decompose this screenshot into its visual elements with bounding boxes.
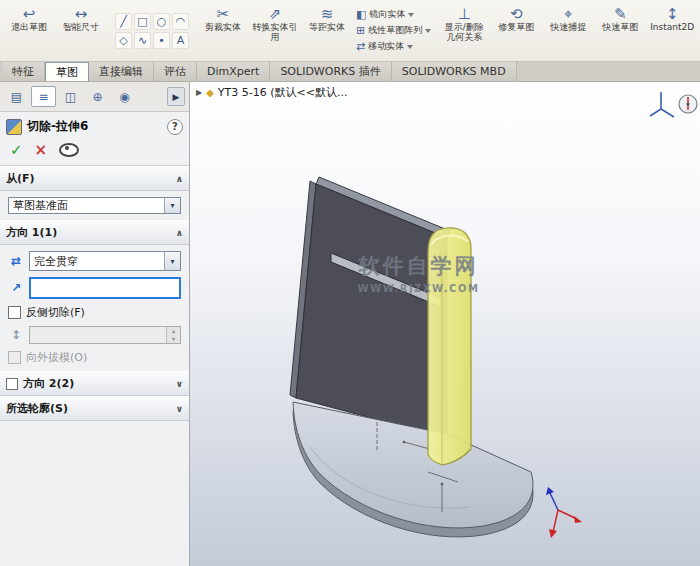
spinner: ▴ ▾	[166, 327, 180, 343]
start-condition-dropdown[interactable]: 草图基准面 ▾	[8, 197, 181, 214]
dropdown-arrow-icon[interactable]: ▾	[164, 198, 180, 213]
manager-tab-icon[interactable]: ⊕	[85, 86, 110, 107]
flip-direction-icon[interactable]: ⇄	[8, 254, 24, 268]
draft-outward-checkbox: 向外拔模(O)	[8, 350, 181, 365]
ribbon-button[interactable]: ↔ 智能尺寸	[56, 2, 106, 59]
section-header-selected-contours[interactable]: 所选轮廓(S) ∨	[0, 396, 189, 421]
model-canvas[interactable]	[190, 82, 700, 566]
tab-label: DimXpert	[207, 65, 259, 78]
property-manager-panel: ▤ ≡ ◫ ⊕ ◉ ▶ 切除-拉伸6 ? ✓	[0, 82, 190, 566]
ribbon-button[interactable]: ⇗ 转换实体引用	[250, 2, 300, 59]
ribbon-button-label: 快速草图	[602, 23, 638, 33]
ribbon-button[interactable]: ⊥ 显示/删除几何关系	[439, 2, 489, 59]
commandmanager-tab[interactable]: 草图	[45, 62, 89, 81]
ribbon-button[interactable]: ⌖ 快速捕捉	[543, 2, 593, 59]
help-icon[interactable]: ?	[167, 119, 183, 135]
manager-tab-icon[interactable]: ▤	[4, 86, 29, 107]
reference-triad-icon[interactable]	[650, 92, 674, 117]
manager-tab-icon[interactable]: ◉	[112, 86, 137, 107]
main-area: ▤ ≡ ◫ ⊕ ◉ ▶ 切除-拉伸6 ? ✓	[0, 82, 700, 566]
tab-label: SOLIDWORKS 插件	[280, 64, 380, 79]
section-label: 方向 1(1)	[6, 225, 57, 240]
ribbon-button-label: 转换实体引用	[252, 23, 298, 43]
checkbox-label: 反侧切除(F)	[26, 305, 85, 320]
ribbon-button-label: 修复草图	[498, 23, 534, 33]
ribbon-button-icon: ⇄	[356, 40, 365, 53]
ribbon-button-small[interactable]: ⊞ 线性草图阵列	[356, 24, 431, 37]
ribbon-button-label: 显示/删除几何关系	[441, 23, 487, 43]
ribbon-button-icon: ⊞	[356, 24, 365, 37]
back-plate[interactable]	[290, 177, 450, 438]
view-orientation-tools	[648, 86, 700, 122]
part-name-label: YT3 5-16 (默认<<默认...	[218, 85, 348, 100]
dropdown-arrow-icon[interactable]: ▾	[164, 252, 180, 270]
commandmanager-tab[interactable]: DimXpert	[197, 62, 270, 81]
sketch-entities-grid: ╱ □ ○ ◠ ◇ ∿ • A	[112, 2, 192, 59]
ribbon-button-icon: ↔	[75, 5, 88, 23]
cut-extrude-icon	[6, 119, 22, 135]
chevron-down-icon: ∨	[176, 379, 183, 389]
direction2-checkbox[interactable]	[6, 378, 18, 390]
ribbon-button-icon: ⟲	[510, 5, 523, 23]
spin-up-icon: ▴	[167, 327, 180, 335]
commandmanager-tab[interactable]: 特征	[2, 62, 45, 81]
direction-selection-box[interactable]	[29, 277, 181, 299]
ribbon-button[interactable]: ✂ 剪裁实体	[198, 2, 248, 59]
section-header-direction2[interactable]: 方向 2(2) ∨	[0, 371, 189, 396]
sketch-entity-icon[interactable]: ∿	[134, 32, 151, 49]
dropdown-value: 草图基准面	[9, 198, 164, 213]
sketch-entity-icon[interactable]: □	[134, 13, 151, 30]
commandmanager-tab[interactable]: 直接编辑	[89, 62, 154, 81]
tab-label: SOLIDWORKS MBD	[402, 65, 506, 78]
feature-tree-breadcrumb[interactable]: ▶ ◆ YT3 5-16 (默认<<默认...	[196, 85, 347, 100]
ribbon-group-pattern: ◧ 镜向实体 ⊞ 线性草图阵列 ⇄ 移动实体	[354, 2, 433, 59]
commandmanager-tab[interactable]: SOLIDWORKS MBD	[392, 62, 517, 81]
part-model[interactable]	[290, 177, 533, 537]
checkbox-label: 向外拔模(O)	[26, 350, 87, 365]
sketch-entity-icon[interactable]: •	[153, 32, 170, 49]
ribbon-button[interactable]: ≋ 等距实体	[302, 2, 352, 59]
tree-expand-icon[interactable]: ▶	[196, 88, 202, 97]
commandmanager-tab[interactable]: SOLIDWORKS 插件	[270, 62, 391, 81]
commandmanager-tab[interactable]: 评估	[154, 62, 197, 81]
ribbon-button[interactable]: ⟲ 修复草图	[491, 2, 541, 59]
graphics-area[interactable]: ▶ ◆ YT3 5-16 (默认<<默认...	[190, 82, 700, 566]
panel-expand-icon[interactable]: ▶	[167, 87, 185, 106]
sketch-entity-icon[interactable]: ◇	[115, 32, 132, 49]
end-condition-dropdown[interactable]: 完全贯穿 ▾	[29, 251, 181, 271]
ribbon-button-icon: ⇗	[269, 5, 282, 23]
ribbon-button-small[interactable]: ⇄ 移动实体	[356, 40, 431, 53]
ribbon-button-label: 镜向实体	[369, 8, 405, 21]
manager-tab-icon[interactable]: ◫	[58, 86, 83, 107]
solidworks-window: ↩ 退出草图 ↔ 智能尺寸 ╱ □ ○ ◠ ◇	[0, 0, 700, 566]
checkbox-box[interactable]	[8, 306, 21, 319]
sketch-entity-icon[interactable]: ○	[153, 13, 170, 30]
section-header-direction1[interactable]: 方向 1(1) ∧	[0, 220, 189, 245]
extrude-preview-body[interactable]	[428, 228, 471, 465]
ribbon-button-small[interactable]: ◧ 镜向实体	[356, 8, 431, 21]
section-header-from[interactable]: 从(F) ∧	[0, 166, 189, 191]
preview-eye-icon[interactable]	[59, 143, 79, 157]
section-body-from: 草图基准面 ▾	[0, 191, 189, 220]
manager-tab-icon[interactable]: ≡	[31, 86, 56, 107]
cancel-button[interactable]: ×	[35, 141, 48, 159]
sketch-entity-icon[interactable]: A	[172, 32, 189, 49]
ok-button[interactable]: ✓	[10, 141, 23, 159]
sketch-entity-icon[interactable]: ◠	[172, 13, 189, 30]
direction-selection-row: ↗	[8, 277, 181, 299]
view-compass-icon[interactable]	[679, 95, 697, 113]
property-manager-actions: ✓ ×	[0, 139, 189, 166]
ribbon-button[interactable]: ✎ 快速草图	[595, 2, 645, 59]
ribbon-button[interactable]: ↩ 退出草图	[4, 2, 54, 59]
chevron-up-icon: ∧	[176, 228, 183, 238]
tab-label: 特征	[12, 64, 34, 79]
ribbon-button-label: 等距实体	[309, 23, 345, 33]
sketch-entity-icon[interactable]: ╱	[115, 13, 132, 30]
depth-input: ▴ ▾	[29, 326, 181, 344]
feature-title: 切除-拉伸6	[27, 118, 88, 135]
ribbon-button[interactable]: ↕ Instant2D	[647, 2, 697, 59]
flip-side-checkbox[interactable]: 反侧切除(F)	[8, 305, 181, 320]
section-body-direction1: ⇄ 完全贯穿 ▾ ↗ 反侧切除(F) ↕	[0, 245, 189, 371]
chevron-down-icon: ∨	[176, 404, 183, 414]
ribbon-button-icon: ⌖	[564, 5, 572, 23]
